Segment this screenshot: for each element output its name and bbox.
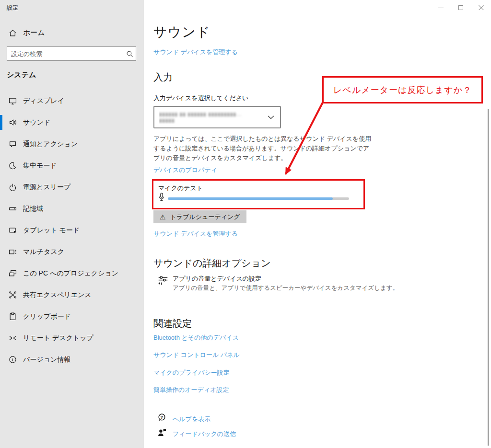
close-icon [478, 5, 484, 11]
mic-privacy-settings-link[interactable]: マイクのプライバシー設定 [153, 368, 230, 377]
input-section-header: 入力 [153, 71, 173, 84]
send-feedback-link[interactable]: フィードバックの送信 [173, 430, 236, 438]
sidebar-item-display[interactable]: ディスプレイ [0, 90, 144, 112]
manage-sound-devices-link-top[interactable]: サウンド デバイスを管理する [153, 48, 238, 57]
maximize-icon [458, 5, 463, 10]
choose-input-device-label: 入力デバイスを選択してください [153, 94, 248, 103]
troubleshoot-label: トラブルシューティング [170, 213, 240, 221]
sidebar-item-about[interactable]: バージョン情報 [0, 349, 144, 370]
warning-icon: ⚠ [160, 214, 166, 220]
remote-desktop-icon [9, 334, 17, 342]
annotation-callout: レベルメーターは反応しますか？ [322, 76, 483, 103]
mic-level-fill [168, 197, 333, 200]
multitask-icon [9, 248, 17, 256]
sidebar-item-clipboard[interactable]: クリップボード [0, 306, 144, 327]
input-device-redacted-value: ▮▮▮▮▮▮ ▮▮ ▮▮▮▮▮▮ ▮▮▮▮▮▮▮▮▮... ▮▮▮▮▮ [159, 111, 267, 124]
sidebar-item-home[interactable]: ホーム [0, 25, 144, 40]
microphone-icon [158, 193, 165, 204]
clipboard-icon [9, 312, 17, 321]
input-device-note: アプリによっては、ここで選択したものとは異なるサウンド デバイスを使用するように… [153, 134, 372, 163]
search-input[interactable] [7, 50, 123, 57]
notifications-icon [9, 140, 17, 148]
window-title: 設定 [7, 4, 18, 12]
mic-level-meter [168, 197, 349, 200]
svg-text:?: ? [161, 414, 164, 420]
shared-experiences-icon [9, 291, 17, 299]
window-controls [431, 0, 491, 15]
input-device-dropdown[interactable]: ▮▮▮▮▮▮ ▮▮ ▮▮▮▮▮▮ ▮▮▮▮▮▮▮▮▮... ▮▮▮▮▮ [153, 106, 281, 128]
sidebar-item-notifications[interactable]: 通知とアクション [0, 133, 144, 155]
related-settings-header: 関連設定 [153, 317, 192, 330]
display-icon [9, 97, 17, 105]
device-properties-link[interactable]: デバイスのプロパティ [153, 166, 217, 174]
projection-icon [9, 269, 17, 277]
troubleshoot-button[interactable]: ⚠ トラブルシューティング [153, 210, 246, 223]
about-icon [9, 356, 17, 364]
get-help-icon: ? [157, 413, 166, 424]
manage-sound-devices-link[interactable]: サウンド デバイスを管理する [153, 230, 238, 238]
sidebar-item-remote-desktop[interactable]: リモート デスクトップ [0, 327, 144, 349]
vertical-scrollbar[interactable] [488, 109, 489, 446]
app-volume-settings-link[interactable]: アプリの音量とデバイスの設定 [173, 275, 261, 283]
maximize-button[interactable] [451, 0, 471, 15]
sound-control-panel-link[interactable]: サウンド コントロール パネル [153, 351, 240, 359]
focus-assist-icon [9, 161, 17, 170]
chevron-down-icon [267, 115, 275, 119]
sidebar-section-header: システム [7, 70, 36, 80]
get-help-link[interactable]: ヘルプを表示 [173, 415, 210, 424]
mic-test-label: マイクのテスト [158, 184, 203, 193]
sidebar-nav: ディスプレイ サウンド 通知とアクション 集中モード 電源とスリープ 記憶域 タ… [0, 90, 144, 370]
storage-icon [9, 205, 17, 213]
sidebar-item-storage[interactable]: 記憶域 [0, 198, 144, 219]
close-button[interactable] [471, 0, 491, 15]
ease-of-access-audio-link[interactable]: 簡単操作のオーディオ設定 [153, 386, 229, 394]
bluetooth-devices-link[interactable]: Bluetooth とその他のデバイス [153, 333, 239, 342]
app-volume-mixer-icon [157, 274, 169, 288]
annotation-text: レベルメーターは反応しますか？ [333, 84, 472, 96]
search-icon[interactable] [123, 50, 136, 57]
sidebar-home-label: ホーム [23, 28, 45, 37]
settings-sidebar: 設定 ホーム システム ディスプレイ サウンド 通知とアクション 集中モード [0, 0, 144, 448]
home-icon [9, 29, 17, 37]
settings-search-box[interactable] [7, 46, 136, 61]
sidebar-item-multitasking[interactable]: マルチタスク [0, 241, 144, 263]
sidebar-item-shared-experiences[interactable]: 共有エクスペリエンス [0, 284, 144, 306]
sidebar-item-focus-assist[interactable]: 集中モード [0, 155, 144, 176]
send-feedback-icon [157, 428, 166, 439]
sidebar-item-sound[interactable]: サウンド [0, 112, 144, 133]
minimize-button[interactable] [431, 0, 451, 15]
sound-icon [9, 118, 17, 126]
power-icon [9, 183, 17, 191]
app-volume-settings-desc: アプリの音量と、アプリで使用するスピーカーやデバイスをカスタマイズします。 [173, 284, 398, 292]
sidebar-item-power-sleep[interactable]: 電源とスリープ [0, 176, 144, 198]
minimize-icon [438, 8, 444, 8]
page-title: サウンド [153, 23, 210, 41]
sidebar-item-projecting[interactable]: この PC へのプロジェクション [0, 263, 144, 284]
sidebar-item-tablet-mode[interactable]: タブレット モード [0, 219, 144, 241]
advanced-options-header: サウンドの詳細オプション [153, 257, 271, 270]
tablet-icon [9, 226, 17, 234]
